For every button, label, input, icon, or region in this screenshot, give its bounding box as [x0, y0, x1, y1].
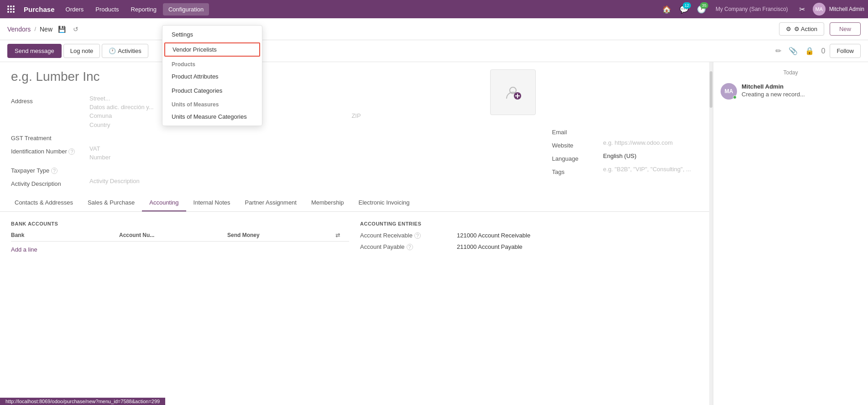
menu-product-attributes[interactable]: Product Attributes: [162, 69, 262, 84]
dropdown-overlay[interactable]: [0, 0, 868, 405]
menu-units-categories[interactable]: Units of Measure Categories: [162, 110, 262, 124]
configuration-dropdown-menu: Settings Vendor Pricelists Products Prod…: [162, 25, 262, 126]
menu-settings[interactable]: Settings: [162, 27, 262, 42]
menu-product-categories[interactable]: Product Categories: [162, 84, 262, 98]
menu-units-section: Units of Measures: [162, 98, 262, 110]
menu-products-section: Products: [162, 58, 262, 69]
menu-vendor-pricelists[interactable]: Vendor Pricelists: [164, 42, 260, 57]
